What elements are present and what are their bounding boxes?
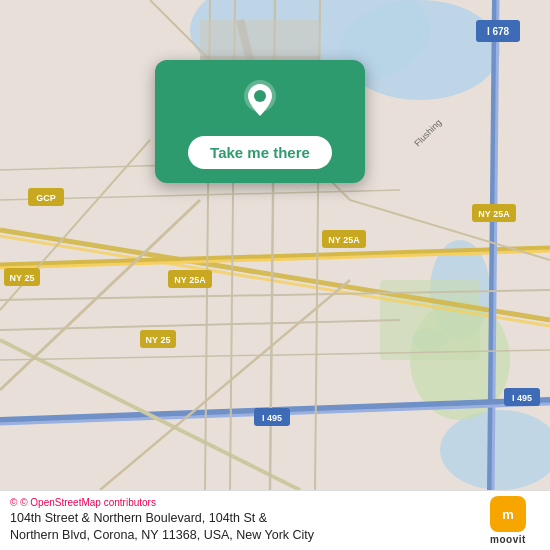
take-me-there-button[interactable]: Take me there	[188, 136, 332, 169]
svg-text:NY 25A: NY 25A	[328, 235, 360, 245]
moovit-text: moovit	[490, 534, 526, 545]
address-line1: 104th Street & Northern Boulevard, 104th…	[10, 511, 267, 525]
address-text: 104th Street & Northern Boulevard, 104th…	[10, 510, 314, 545]
svg-text:NY 25A: NY 25A	[174, 275, 206, 285]
svg-text:GCP: GCP	[36, 193, 56, 203]
moovit-logo: m moovit	[478, 496, 538, 545]
svg-text:NY 25A: NY 25A	[478, 209, 510, 219]
svg-text:I 495: I 495	[262, 413, 282, 423]
svg-text:I 678: I 678	[487, 26, 510, 37]
location-pin-icon	[238, 78, 282, 122]
osm-credit-text: © OpenStreetMap contributors	[20, 497, 156, 508]
svg-point-54	[254, 90, 266, 102]
svg-text:NY 25: NY 25	[146, 335, 171, 345]
moovit-svg: m	[496, 502, 520, 526]
map-view[interactable]: I 678 NY 25A NY 25A NY 25 NY 25 NY 25A I…	[0, 0, 550, 490]
svg-text:m: m	[502, 507, 514, 522]
svg-text:I 495: I 495	[512, 393, 532, 403]
osm-credit: © © OpenStreetMap contributors	[10, 497, 314, 508]
address-block: © © OpenStreetMap contributors 104th Str…	[10, 497, 314, 545]
svg-text:NY 25: NY 25	[10, 273, 35, 283]
address-line2: Northern Blvd, Corona, NY 11368, USA, Ne…	[10, 528, 314, 542]
location-card: Take me there	[155, 60, 365, 183]
info-bar: © © OpenStreetMap contributors 104th Str…	[0, 490, 550, 550]
osm-heart: ©	[10, 497, 17, 508]
moovit-icon: m	[490, 496, 526, 532]
